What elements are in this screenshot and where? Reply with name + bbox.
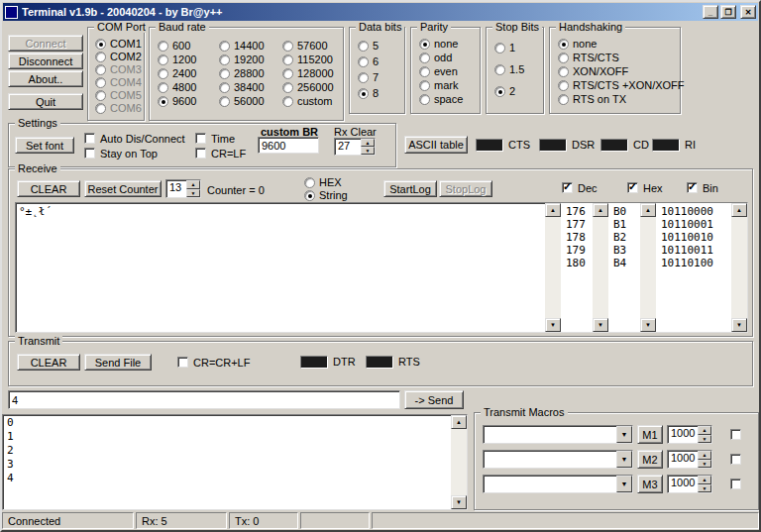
radio-stopbits-1_5[interactable]: 1.5 [494,63,524,75]
macro1-delay-spinner[interactable]: 1000▲▼ [667,425,712,444]
spinner-up-icon[interactable]: ▲ [698,476,711,484]
radio-stopbits-2[interactable]: 2 [494,85,515,97]
scroll-up-icon[interactable]: ▲ [451,415,467,429]
radio-handshake-xonxoff[interactable]: XON/XOFF [558,65,628,77]
macro1-button[interactable]: M1 [637,425,663,444]
transmit-history-text[interactable]: 0 1 2 3 4 [3,415,451,509]
about-button[interactable]: About.. [8,70,83,87]
scroll-down-icon[interactable]: ▼ [731,318,747,332]
dec-scrollbar[interactable]: ▲▼ [593,203,608,332]
macro2-checkbox[interactable] [730,453,746,466]
send-file-button[interactable]: Send File [84,354,152,371]
receive-text-scrollbar[interactable]: ▲▼ [545,203,561,332]
dec-checkbox[interactable]: Dec [562,181,598,194]
close-button[interactable]: ✕ [740,5,756,19]
macro3-input[interactable]: ▼ [483,475,633,493]
cr-crlf-checkbox[interactable]: CR=CR+LF [177,356,250,369]
hex-scrollbar[interactable]: ▲▼ [640,203,656,332]
radio-baud-600[interactable]: 600 [158,40,190,52]
radio-baud-38400[interactable]: 38400 [219,81,265,93]
radio-databits-5[interactable]: 5 [358,40,379,52]
dropdown-arrow-icon[interactable]: ▼ [616,426,632,443]
radio-parity-odd[interactable]: odd [419,52,452,63]
radio-hex-mode[interactable]: HEX [304,176,342,188]
radio-baud-1200[interactable]: 1200 [158,53,196,65]
macro3-checkbox[interactable] [730,478,746,490]
radio-baud-115200[interactable]: 115200 [282,53,333,65]
radio-baud-28800[interactable]: 28800 [219,67,265,79]
scroll-up-icon[interactable]: ▲ [545,203,561,217]
radio-baud-56000[interactable]: 56000 [219,95,265,107]
radio-baud-128000[interactable]: 128000 [282,67,334,79]
dropdown-arrow-icon[interactable]: ▼ [616,476,632,492]
radio-baud-19200[interactable]: 19200 [219,53,265,65]
start-log-button[interactable]: StartLog [383,180,437,197]
radio-handshake-both[interactable]: RTS/CTS +XON/XOFF [558,79,685,91]
rx-clear-spinner[interactable]: 27 ▲▼ [334,138,376,156]
scroll-down-icon[interactable]: ▼ [593,318,608,332]
radio-parity-none[interactable]: none [419,38,458,50]
spinner-down-icon[interactable]: ▼ [698,435,711,444]
radio-baud-57600[interactable]: 57600 [282,40,328,52]
connect-button[interactable]: Connect [8,35,83,52]
radio-databits-6[interactable]: 6 [358,55,379,67]
radio-com1[interactable]: COM1 [95,38,142,50]
radio-handshake-rtsontx[interactable]: RTS on TX [558,93,626,105]
spinner-up-icon[interactable]: ▲ [698,451,711,460]
reset-counter-button[interactable]: Reset Counter [84,180,162,197]
scroll-down-icon[interactable]: ▼ [545,318,561,332]
scroll-up-icon[interactable]: ▲ [731,203,747,217]
macro2-button[interactable]: M2 [637,450,663,469]
radio-com2[interactable]: COM2 [95,51,142,62]
spinner-up-icon[interactable]: ▲ [361,139,375,147]
receive-data-area[interactable]: °±˛ł´ [16,203,545,332]
hex-checkbox[interactable]: Hex [627,181,663,194]
macro1-checkbox[interactable] [730,428,746,441]
radio-handshake-rtscts[interactable]: RTS/CTS [558,52,619,63]
radio-databits-8[interactable]: 8 [358,87,379,99]
custom-br-input[interactable] [258,137,319,154]
macro2-delay-spinner[interactable]: 1000▲▼ [667,450,712,469]
radio-baud-9600[interactable]: 9600 [158,95,196,107]
radio-parity-space[interactable]: space [419,93,463,105]
bin-scrollbar[interactable]: ▲▼ [731,203,747,332]
radio-parity-even[interactable]: even [419,65,458,77]
ascii-table-button[interactable]: ASCII table [404,136,468,154]
auto-disconnect-checkbox[interactable]: Auto Dis/Connect [84,132,185,145]
scroll-down-icon[interactable]: ▼ [451,495,467,509]
quit-button[interactable]: Quit [8,93,83,110]
bin-checkbox[interactable]: Bin [687,181,718,194]
cr-lf-checkbox[interactable]: CR=LF [195,147,246,160]
transmit-clear-button[interactable]: CLEAR [17,354,80,371]
set-font-button[interactable]: Set font [15,137,74,154]
spinner-down-icon[interactable]: ▼ [698,484,711,493]
radio-databits-7[interactable]: 7 [358,71,379,83]
spinner-down-icon[interactable]: ▼ [361,147,375,155]
radio-baud-14400[interactable]: 14400 [219,40,265,52]
macro3-delay-spinner[interactable]: 1000▲▼ [667,475,712,493]
macro2-input[interactable]: ▼ [483,450,633,469]
scroll-up-icon[interactable]: ▲ [640,203,656,217]
history-scrollbar[interactable]: ▲▼ [451,415,467,509]
radio-baud-4800[interactable]: 4800 [158,81,196,93]
send-button[interactable]: -> Send [404,390,464,409]
minimize-button[interactable]: _ [703,5,718,19]
rx-count-spinner[interactable]: 13 ▲▼ [165,179,201,198]
radio-baud-256000[interactable]: 256000 [282,81,334,93]
radio-baud-custom[interactable]: custom [282,95,332,107]
stay-on-top-checkbox[interactable]: Stay on Top [84,147,158,160]
time-checkbox[interactable]: Time [195,132,235,145]
stop-log-button[interactable]: StopLog [439,180,492,197]
dropdown-arrow-icon[interactable]: ▼ [616,451,632,468]
radio-handshake-none[interactable]: none [558,38,597,50]
radio-stopbits-1[interactable]: 1 [494,42,515,53]
radio-parity-mark[interactable]: mark [419,79,458,91]
radio-baud-2400[interactable]: 2400 [158,67,196,79]
title-bar[interactable]: Terminal v1.9b - 20040204 - by Br@y++ _ … [3,3,758,21]
scroll-up-icon[interactable]: ▲ [593,203,608,217]
macro1-input[interactable]: ▼ [483,425,633,444]
spinner-down-icon[interactable]: ▼ [698,460,711,469]
spinner-down-icon[interactable]: ▼ [186,189,200,198]
disconnect-button[interactable]: Disconnect [8,53,83,69]
spinner-up-icon[interactable]: ▲ [698,426,711,435]
